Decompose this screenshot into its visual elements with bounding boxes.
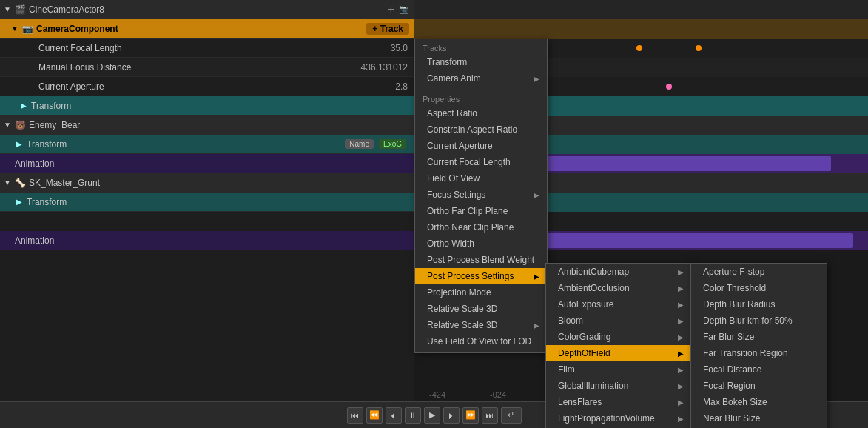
- menu-ambient-cubemap[interactable]: AmbientCubemap ▶: [546, 264, 691, 280]
- menu-colorgrading[interactable]: ColorGrading ▶: [546, 329, 691, 345]
- expand-cinecamera[interactable]: [3, 5, 12, 14]
- menu-focus-settings[interactable]: Focus Settings ▶: [415, 187, 547, 203]
- transport-loop[interactable]: ↵: [501, 407, 522, 424]
- track-row-enemy-bear[interactable]: 🐻 Enemy_Bear: [0, 116, 414, 135]
- menu-projection-mode-label: Projection Mode: [427, 287, 491, 298]
- transport-prev-key[interactable]: ⏪: [366, 407, 383, 424]
- menu-far-blur-size[interactable]: Far Blur Size: [691, 329, 827, 345]
- colorgrading-arrow: ▶: [678, 333, 684, 341]
- menu-far-transition[interactable]: Far Transition Region: [691, 345, 827, 361]
- menu-projection-mode[interactable]: Projection Mode: [415, 284, 547, 301]
- track-row-focal-length[interactable]: Current Focal Length 35.0: [0, 39, 414, 58]
- menu-bloom[interactable]: Bloom ▶: [546, 312, 691, 329]
- autoexposure-label: AutoExposure: [558, 299, 613, 310]
- track-row-animation-bear[interactable]: Animation: [0, 154, 414, 173]
- relative-scale-2-arrow: ▶: [534, 321, 539, 330]
- menu-light-propagation[interactable]: LightPropagationVolume ▶: [546, 410, 691, 427]
- menu-current-focal[interactable]: Current Focal Length: [415, 154, 547, 170]
- transport-start[interactable]: ⏮: [347, 407, 363, 424]
- menu-pp-blend-label: Post Process Blend Weight: [427, 255, 534, 265]
- expand-cameracomponent[interactable]: [10, 24, 19, 33]
- global-illumination-label: GlobalIllumination: [558, 381, 628, 391]
- track-row-focus-distance[interactable]: Manual Focus Distance 436.131012: [0, 58, 414, 77]
- menu-autoexposure[interactable]: AutoExposure ▶: [546, 296, 691, 312]
- menu-field-of-view-label: Field Of View: [427, 173, 480, 184]
- menu-ambient-occlusion[interactable]: AmbientOcclusion ▶: [546, 280, 691, 296]
- menu-constrain-aspect[interactable]: Constrain Aspect Ratio: [415, 121, 547, 138]
- track-row-cinecamera[interactable]: 🎬 CineCameraActor8 + 📷: [0, 0, 414, 19]
- camera-anim-arrow: ▶: [534, 75, 539, 83]
- track-row-transform-cam[interactable]: Transform: [0, 96, 414, 116]
- menu-max-bokeh[interactable]: Max Bokeh Size: [691, 394, 827, 410]
- menu-focal-distance[interactable]: Focal Distance: [691, 361, 827, 378]
- focal-length-value: 35.0: [354, 43, 414, 53]
- expand-transform-cam[interactable]: [19, 101, 28, 110]
- focal-distance-label: Focal Distance: [703, 364, 761, 375]
- menu-pp-blend[interactable]: Post Process Blend Weight: [415, 252, 547, 268]
- far-transition-label: Far Transition Region: [703, 348, 788, 358]
- add-track-icon[interactable]: +: [388, 3, 394, 16]
- menu-transform-label: Transform: [427, 57, 467, 67]
- transport-end[interactable]: ⏭: [482, 407, 498, 424]
- tl-row-cameracomponent: [414, 19, 868, 39]
- expand-transform-grunt[interactable]: [15, 198, 24, 207]
- menu-camera-anim[interactable]: Camera Anim ▶: [415, 70, 547, 87]
- menu-ortho-near[interactable]: Ortho Near Clip Plane: [415, 219, 547, 235]
- transport-step-fwd[interactable]: ⏵: [443, 407, 460, 424]
- menu-dof[interactable]: DepthOfField ▶: [546, 345, 691, 361]
- menu-ortho-far[interactable]: Ortho Far Clip Plane: [415, 203, 547, 219]
- enemy-bear-label: Enemy_Bear: [29, 120, 414, 130]
- track-row-animation-grunt[interactable]: Animation: [0, 231, 414, 250]
- track-row-sk-master[interactable]: 🦴 SK_Master_Grunt: [0, 173, 414, 193]
- menu-relative-scale-2[interactable]: Relative Scale 3D ▶: [415, 317, 547, 333]
- max-bokeh-label: Max Bokeh Size: [703, 397, 767, 407]
- tracks-section-label: Tracks: [415, 42, 547, 54]
- menu-field-of-view[interactable]: Field Of View: [415, 170, 547, 187]
- menu-current-aperture[interactable]: Current Aperture: [415, 138, 547, 154]
- menu-aperture-fstop[interactable]: Aperture F-stop: [691, 264, 827, 280]
- menu-color-threshold[interactable]: Color Threshold: [691, 280, 827, 296]
- menu-pp-settings[interactable]: Post Process Settings ▶: [415, 268, 547, 284]
- menu-transform[interactable]: Transform: [415, 54, 547, 70]
- animation-bear-label: Animation: [15, 158, 414, 169]
- timeline-num-2: -024: [490, 390, 506, 399]
- track-row-transform-grunt[interactable]: Transform: [0, 193, 414, 212]
- film-arrow: ▶: [678, 366, 684, 374]
- add-track-button[interactable]: + Track: [366, 23, 409, 35]
- menu-film[interactable]: Film ▶: [546, 361, 691, 378]
- transport-pause[interactable]: ⏸: [405, 407, 421, 424]
- track-row-aperture[interactable]: Current Aperture 2.8: [0, 77, 414, 96]
- tracks-section: Tracks Transform Camera Anim ▶: [415, 39, 547, 90]
- menu-aspect-ratio[interactable]: Aspect Ratio: [415, 105, 547, 121]
- menu-ortho-width[interactable]: Ortho Width: [415, 235, 547, 252]
- transform-cam-label: Transform: [31, 101, 414, 111]
- transport-next-key[interactable]: ⏩: [462, 407, 479, 424]
- camera-sequence-icon[interactable]: 📷: [399, 4, 409, 14]
- timeline-header-bar: [414, 0, 868, 19]
- expand-transform-bear[interactable]: [15, 140, 24, 149]
- track-row-cameracomponent[interactable]: 📷 CameraComponent + Track: [0, 19, 414, 39]
- menu-use-fov[interactable]: Use Field Of View for LOD: [415, 333, 547, 350]
- left-panel: 🎬 CineCameraActor8 + 📷 📷 CameraComponent…: [0, 0, 414, 428]
- menu-depth-blur-radius[interactable]: Depth Blur Radius: [691, 296, 827, 312]
- keyframe-dot-aperture: [666, 84, 672, 90]
- expand-sk-master[interactable]: [3, 178, 12, 187]
- menu-relative-scale-1[interactable]: Relative Scale 3D: [415, 301, 547, 317]
- menu-pp-settings-label: Post Process Settings: [427, 271, 514, 281]
- light-propagation-arrow: ▶: [678, 415, 684, 423]
- keyframe-dot-1: [636, 45, 642, 51]
- expand-enemy-bear[interactable]: [3, 121, 12, 130]
- ambient-cubemap-arrow: ▶: [678, 268, 684, 276]
- transport-play[interactable]: ▶: [424, 407, 440, 424]
- menu-lens-flares[interactable]: LensFlares ▶: [546, 394, 691, 410]
- lens-flares-arrow: ▶: [678, 398, 684, 407]
- transport-step-back[interactable]: ⏴: [386, 407, 402, 424]
- menu-depth-blur-km[interactable]: Depth Blur km for 50%: [691, 312, 827, 329]
- timeline-num-1: -424: [429, 390, 445, 399]
- menu-focal-region[interactable]: Focal Region: [691, 378, 827, 394]
- lens-flares-label: LensFlares: [558, 397, 602, 407]
- menu-global-illumination[interactable]: GlobalIllumination ▶: [546, 378, 691, 394]
- menu-near-blur[interactable]: Near Blur Size: [691, 410, 827, 427]
- track-row-transform-bear[interactable]: Transform Name ExoG: [0, 135, 414, 154]
- properties-section: Properties Aspect Ratio Constrain Aspect…: [415, 90, 547, 352]
